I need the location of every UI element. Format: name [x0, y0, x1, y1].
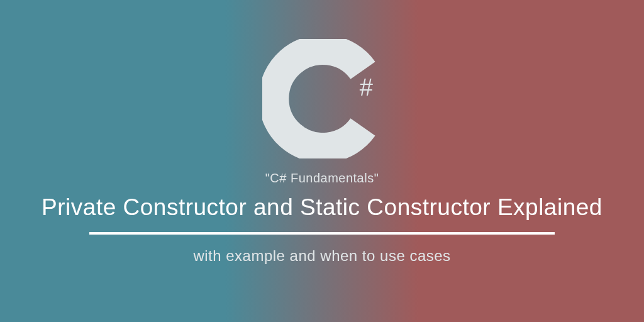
main-title: Private Constructor and Static Construct…: [42, 194, 602, 221]
csharp-logo: #: [262, 39, 382, 158]
title-divider: [89, 232, 555, 235]
sharp-symbol: #: [360, 74, 373, 101]
category-tag: "C# Fundamentals": [265, 171, 379, 186]
subtitle: with example and when to use cases: [193, 247, 450, 265]
